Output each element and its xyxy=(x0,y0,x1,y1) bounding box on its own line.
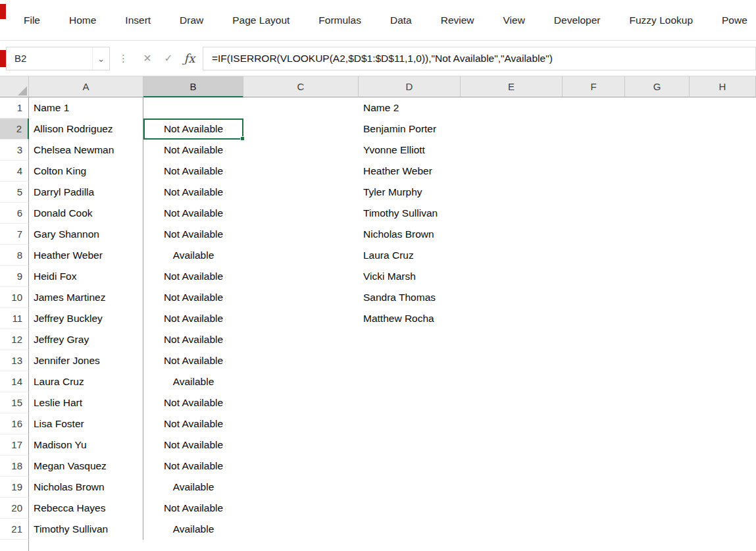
cell-D19[interactable] xyxy=(359,477,461,498)
cell-G15[interactable] xyxy=(625,392,690,413)
row-header-1[interactable]: 1 xyxy=(0,97,29,118)
cell-H4[interactable] xyxy=(690,161,756,182)
cell-F18[interactable] xyxy=(563,456,625,477)
row-header-4[interactable]: 4 xyxy=(0,161,29,182)
cell-E21[interactable] xyxy=(461,519,563,540)
cell-E3[interactable] xyxy=(461,140,563,161)
cell-D4[interactable]: Heather Weber xyxy=(359,161,461,182)
cell-G11[interactable] xyxy=(625,308,690,329)
cell-E13[interactable] xyxy=(461,350,563,371)
cell-B13[interactable]: Not Available xyxy=(143,350,243,371)
cell-G7[interactable] xyxy=(625,224,690,245)
cell-G17[interactable] xyxy=(625,434,690,456)
cell-H7[interactable] xyxy=(690,224,756,245)
select-all-corner[interactable] xyxy=(0,76,29,97)
cell-F13[interactable] xyxy=(563,350,625,371)
cell-H13[interactable] xyxy=(690,350,756,371)
cell-F9[interactable] xyxy=(563,266,625,287)
cell-G14[interactable] xyxy=(625,371,690,392)
cell-D1[interactable]: Name 2 xyxy=(359,97,461,118)
column-header-H[interactable]: H xyxy=(690,76,756,97)
ribbon-tab-file[interactable]: File xyxy=(24,14,40,26)
cell-C10[interactable] xyxy=(243,287,359,308)
cell-F15[interactable] xyxy=(563,392,625,413)
row-header-6[interactable]: 6 xyxy=(0,203,29,224)
cell-H3[interactable] xyxy=(690,140,756,161)
cell-D21[interactable] xyxy=(359,519,461,540)
cell-G4[interactable] xyxy=(625,161,690,182)
cell-G18[interactable] xyxy=(625,456,690,477)
cell-G9[interactable] xyxy=(625,266,690,287)
cell-C12[interactable] xyxy=(243,329,359,350)
row-header-10[interactable]: 10 xyxy=(0,287,29,308)
cell-A7[interactable]: Gary Shannon xyxy=(29,224,143,245)
cell-F6[interactable] xyxy=(563,203,625,224)
cell-E18[interactable] xyxy=(461,456,563,477)
cell-F3[interactable] xyxy=(563,140,625,161)
cell-E4[interactable] xyxy=(461,161,563,182)
cell-G20[interactable] xyxy=(625,498,690,519)
ribbon-tab-review[interactable]: Review xyxy=(441,14,474,26)
cell-H6[interactable] xyxy=(690,203,756,224)
row-header-19[interactable]: 19 xyxy=(0,477,29,498)
cell-G1[interactable] xyxy=(625,97,690,118)
cell-A3[interactable]: Chelsea Newman xyxy=(29,140,143,161)
row-header-3[interactable]: 3 xyxy=(0,140,29,161)
row-header-15[interactable]: 15 xyxy=(0,392,29,413)
cell-A20[interactable]: Rebecca Hayes xyxy=(29,498,143,519)
cell-B6[interactable]: Not Available xyxy=(143,203,243,224)
cell-E16[interactable] xyxy=(461,413,563,434)
cell-E7[interactable] xyxy=(461,224,563,245)
cell-E19[interactable] xyxy=(461,477,563,498)
cell-G12[interactable] xyxy=(625,329,690,350)
cell-F12[interactable] xyxy=(563,329,625,350)
cell-D9[interactable]: Vicki Marsh xyxy=(359,266,461,287)
cell-C8[interactable] xyxy=(243,245,359,266)
cell-B10[interactable]: Not Available xyxy=(143,287,243,308)
cell-F7[interactable] xyxy=(563,224,625,245)
ribbon-tab-powe[interactable]: Powe xyxy=(722,14,747,26)
cell-G13[interactable] xyxy=(625,350,690,371)
cell-F11[interactable] xyxy=(563,308,625,329)
cell-C1[interactable] xyxy=(243,97,359,118)
cell-C16[interactable] xyxy=(243,413,359,434)
row-header-16[interactable]: 16 xyxy=(0,413,29,434)
column-header-G[interactable]: G xyxy=(625,76,690,97)
cell-H14[interactable] xyxy=(690,371,756,392)
row-header-5[interactable]: 5 xyxy=(0,182,29,203)
cell-A19[interactable]: Nicholas Brown xyxy=(29,477,143,498)
cell-D17[interactable] xyxy=(359,434,461,456)
cell-B3[interactable]: Not Available xyxy=(143,140,243,161)
cell-D3[interactable]: Yvonne Elliott xyxy=(359,140,461,161)
cell-G5[interactable] xyxy=(625,182,690,203)
row-header-17[interactable]: 17 xyxy=(0,434,29,456)
cell-B21[interactable]: Available xyxy=(143,519,243,540)
cell-G8[interactable] xyxy=(625,245,690,266)
cell-F14[interactable] xyxy=(563,371,625,392)
ribbon-tab-draw[interactable]: Draw xyxy=(180,14,203,26)
cell-C19[interactable] xyxy=(243,477,359,498)
cell-B15[interactable]: Not Available xyxy=(143,392,243,413)
column-header-A[interactable]: A xyxy=(29,76,143,97)
cell-C2[interactable] xyxy=(243,118,359,140)
cell-C11[interactable] xyxy=(243,308,359,329)
cell-B17[interactable]: Not Available xyxy=(143,434,243,456)
cell-B19[interactable]: Available xyxy=(143,477,243,498)
cell-C14[interactable] xyxy=(243,371,359,392)
column-header-F[interactable]: F xyxy=(563,76,625,97)
ribbon-tab-insert[interactable]: Insert xyxy=(125,14,151,26)
cell-H9[interactable] xyxy=(690,266,756,287)
ribbon-tab-formulas[interactable]: Formulas xyxy=(318,14,361,26)
cell-C15[interactable] xyxy=(243,392,359,413)
row-header-12[interactable]: 12 xyxy=(0,329,29,350)
cell-D5[interactable]: Tyler Murphy xyxy=(359,182,461,203)
cell-D2[interactable]: Benjamin Porter xyxy=(359,118,461,140)
cell-C6[interactable] xyxy=(243,203,359,224)
cell-H8[interactable] xyxy=(690,245,756,266)
name-box[interactable]: B2 ⌄ xyxy=(6,47,110,70)
cell-A2[interactable]: Allison Rodriguez xyxy=(29,118,143,140)
row-header-9[interactable]: 9 xyxy=(0,266,29,287)
cell-C21[interactable] xyxy=(243,519,359,540)
cell-G3[interactable] xyxy=(625,140,690,161)
cell-A10[interactable]: James Martinez xyxy=(29,287,143,308)
